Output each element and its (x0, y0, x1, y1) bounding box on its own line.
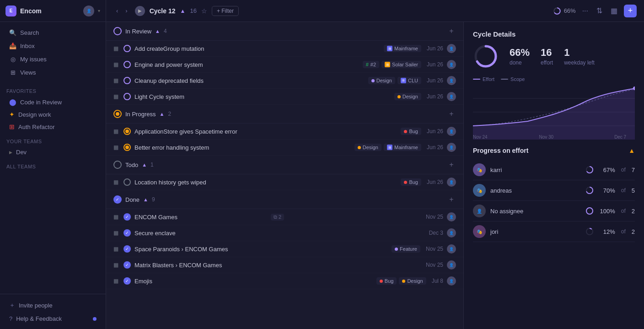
group-header-inprogress: In Progress ▲ 2 + (106, 105, 463, 124)
filter-button[interactable]: + Filter (212, 6, 239, 16)
inprogress-priority-icon: ▲ (159, 111, 164, 117)
table-row[interactable]: ▦ ApplicationStore gives Spacetime error… (106, 124, 463, 140)
issue-title: ApplicationStore gives Spacetime error (134, 128, 397, 135)
svg-text:Nov 24: Nov 24 (473, 135, 488, 140)
done-label: done (510, 59, 530, 66)
sidebar-chevron-icon[interactable]: ▾ (98, 8, 100, 13)
tag-dot (358, 146, 361, 149)
sidebar-footer: ＋ Invite people ? Help & Feedback (0, 294, 106, 329)
svg-text:Dec 7: Dec 7 (614, 135, 626, 140)
effort-row-andreas: 🎭 andreas 70% of 5 (473, 180, 635, 201)
group-add-done[interactable]: + (447, 195, 456, 204)
sidebar-item-label: My issues (20, 56, 47, 63)
table-row[interactable]: ▦ Matrix Blasters › ENCOM Games Nov 25 👤 (106, 257, 463, 273)
tag-design: Design (394, 93, 421, 100)
issue-date: Jul 8 (432, 278, 443, 284)
sidebar-item-auth-refactor[interactable]: ⊞ Auth Refactor (3, 121, 103, 133)
sort-button[interactable]: ⇅ (595, 5, 604, 17)
table-row[interactable]: ▦ Better error handling system Design ⊞ … (106, 140, 463, 156)
tag-mainframe: ⊞ Mainframe (384, 45, 421, 52)
tag-icon: ⊞ (387, 46, 392, 51)
copy-count: ⧉ 2 (271, 214, 284, 221)
view-toggle-button[interactable]: ▦ (609, 5, 619, 17)
todo-priority-icon: ▲ (142, 162, 147, 167)
topbar-nav: ‹ › (113, 5, 130, 16)
avatar: 👤 (447, 76, 456, 85)
table-row[interactable]: ▦ Cleanup deprecated fields Design ⊞ CLU… (106, 73, 463, 89)
user-avatar[interactable]: 👤 (83, 5, 94, 16)
table-row[interactable]: ▦ Light Cycle system Design Jun 26 👤 (106, 89, 463, 105)
sidebar: E Encom 👤 ▾ 🔍 Search 📥 Inbox ◎ My issues… (0, 0, 106, 329)
more-options-button[interactable]: ··· (580, 5, 590, 17)
team-chevron-icon: ▶ (9, 150, 12, 155)
priority-icon: ▦ (113, 77, 120, 84)
status-icon-done (123, 277, 131, 285)
legend-scope: Scope (501, 76, 525, 82)
issue-tags: Bug (401, 178, 421, 186)
table-row[interactable]: ▦ Emojis Bug Design Jul 8 👤 (106, 273, 463, 289)
priority-icon: ▦ (113, 45, 120, 52)
group-header-review: In Review ▲ 4 + (106, 22, 463, 41)
tag-dot (395, 248, 398, 251)
sidebar-item-code-review[interactable]: ⬤ Code in Review (3, 96, 103, 108)
help-icon: ? (9, 315, 12, 322)
group-add-review[interactable]: + (447, 27, 456, 36)
add-button[interactable]: + (624, 5, 637, 17)
issue-title: Space Paranoids › ENCOM Games (134, 246, 388, 253)
tag-design: Design (354, 144, 381, 151)
checkmark-icon (116, 197, 119, 202)
table-row[interactable]: ▦ ENCOM Games ⧉ 2 Nov 25 👤 (106, 209, 463, 225)
effort-count-noassignee: 2 (632, 208, 635, 215)
issue-date: Jun 26 (427, 77, 443, 84)
status-icon-done (123, 213, 131, 221)
chart-area: Effort Scope (464, 76, 644, 147)
issue-title: ENCOM Games (134, 214, 267, 221)
priority-icon: ▲ (180, 8, 186, 14)
star-icon[interactable]: ☆ (201, 7, 207, 15)
sidebar-item-inbox[interactable]: 📥 Inbox (3, 39, 103, 52)
filter-label: + Filter (217, 8, 234, 14)
burndown-chart: Nov 24 Nov 30 Dec 7 (473, 85, 635, 140)
sidebar-header: E Encom 👤 ▾ (0, 0, 106, 22)
issue-title: Secure enclave (134, 230, 277, 237)
plus-icon: ＋ (9, 301, 15, 309)
table-row[interactable]: ▦ Add createGroup mutation ⊞ Mainframe J… (106, 41, 463, 57)
checkmark-icon (125, 215, 129, 219)
svg-point-16 (586, 208, 593, 214)
group-add-todo[interactable]: + (447, 160, 456, 169)
group-add-inprogress[interactable]: + (447, 109, 456, 119)
effort-legend-line (473, 79, 480, 80)
tag-icon: ⊞ (401, 78, 406, 83)
effort-name-andreas: andreas (490, 187, 580, 194)
review-priority-icon: ▲ (155, 28, 160, 34)
table-row[interactable]: ▦ Location history gets wiped Bug Jun 26… (106, 174, 463, 190)
cycle-count: 16 (190, 7, 196, 14)
table-row[interactable]: ▦ Space Paranoids › ENCOM Games Feature … (106, 241, 463, 257)
avatar: 👤 (447, 60, 456, 69)
sidebar-item-design-work[interactable]: ✦ Design work (3, 108, 103, 120)
tag-design: Design (399, 277, 426, 285)
sidebar-item-dev[interactable]: ▶ Dev (3, 146, 103, 158)
issue-tags: Feature (392, 245, 420, 253)
status-icon-todo (123, 178, 131, 186)
issue-title: Add createGroup mutation (134, 45, 380, 52)
issue-tags: Design ⊞ Mainframe (354, 144, 421, 151)
sidebar-item-my-issues[interactable]: ◎ My issues (3, 53, 103, 65)
priority-icon: ▦ (113, 246, 120, 252)
table-row[interactable]: ▦ Engine and power system # #2 ⊞ Solar S… (106, 57, 463, 73)
tag-dot (402, 280, 405, 283)
back-button[interactable]: ‹ (113, 5, 121, 16)
avatar: 👤 (447, 260, 456, 270)
forward-button[interactable]: › (123, 5, 130, 16)
cycle-play-button[interactable]: ▶ (135, 6, 145, 16)
design-work-icon: ✦ (9, 111, 15, 118)
priority-icon: ▦ (113, 230, 120, 236)
sidebar-item-help[interactable]: ? Help & Feedback (3, 313, 103, 325)
table-row[interactable]: ▦ Secure enclave Dec 3 👤 (106, 225, 463, 241)
sidebar-item-search[interactable]: 🔍 Search (3, 26, 103, 39)
tag-bug: Bug (401, 178, 421, 186)
progress-pct-label: 66% (564, 7, 576, 14)
sidebar-item-views[interactable]: ⊞ Views (3, 66, 103, 79)
sidebar-item-invite[interactable]: ＋ Invite people (3, 298, 103, 312)
effort-row-jori: 🎭 jori 12% of 2 (473, 221, 635, 242)
